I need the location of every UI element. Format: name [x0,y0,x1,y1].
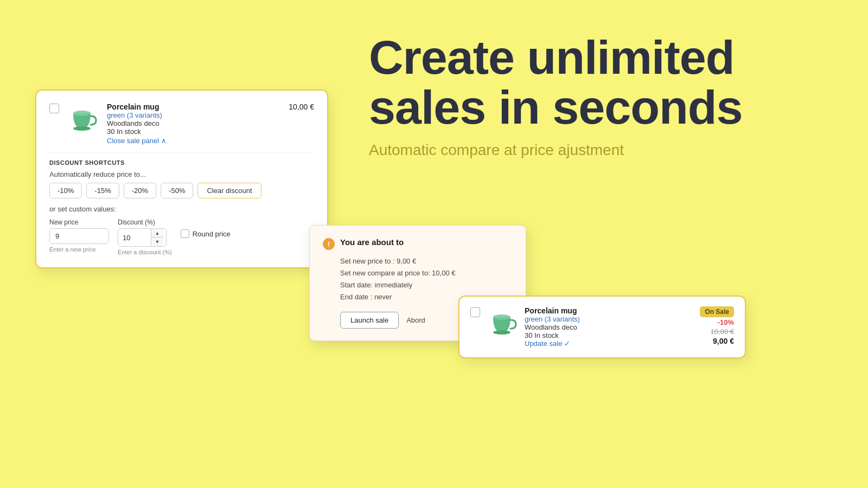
product-price: 10,00 € [289,102,314,111]
clear-discount-button[interactable]: Clear discount [197,183,261,198]
product-variants[interactable]: green (3 variants) [107,111,281,119]
popup-detail-1: Set new price to : 9,00 € [340,255,513,267]
popup-detail-3: Start date: immediately [340,279,513,291]
new-price-hint: Enter a new price [49,246,109,253]
round-price-wrap: Round price [181,229,231,238]
spin-down-button[interactable]: ▼ [151,237,163,246]
product-stock: 30 In stock [107,127,281,136]
discount-shortcuts-label: DISCOUNT SHORTCUTS [49,159,314,166]
spin-up-button[interactable]: ▲ [151,229,163,237]
main-product-card: Porcelain mug green (3 variants) Woodlan… [35,89,328,268]
discount-hint: Enter a discount (%) [118,249,172,255]
reduce-label: Automatically reduce price to... [49,170,314,178]
launch-sale-button[interactable]: Launch sale [340,312,399,329]
sale-product-card: Porcelain mug green (3 variants) Woodlan… [458,296,746,358]
sale-product-variants[interactable]: green (3 variants) [525,315,693,323]
svg-point-1 [73,126,91,131]
new-price-label: New price [49,219,109,226]
sale-product-stock: 30 In stock [525,331,693,339]
hero-subtitle: Automatic compare at price ajustment [369,142,846,159]
discount-pct-group: Discount (%) ▲ ▼ Enter a discount (%) [118,219,172,255]
sale-original-price: 10,00 € [711,328,734,336]
popup-title: You are about to [340,237,404,247]
discount-section: DISCOUNT SHORTCUTS Automatically reduce … [49,152,314,255]
sale-current-price: 9,00 € [713,337,734,345]
round-price-checkbox[interactable] [181,229,189,238]
popup-detail-2: Set new compare at price to: 10,00 € [340,267,513,279]
custom-fields: New price Enter a new price Discount (%)… [49,219,314,255]
sale-checkbox[interactable] [470,307,480,317]
sale-product-name: Porcelain mug [525,306,693,315]
hero-title: Create unlimited sales in seconds [369,33,846,133]
sale-info: Porcelain mug green (3 variants) Woodlan… [525,306,693,348]
product-checkbox[interactable] [49,104,59,113]
spinner-buttons: ▲ ▼ [151,229,163,246]
sale-product-deco: Woodlands deco [525,323,693,331]
product-image [67,102,99,135]
discount-label: Discount (%) [118,219,172,226]
shortcut-buttons: -10% -15% -20% -50% Clear discount [49,183,314,198]
popup-header: ! You are about to [323,237,513,250]
custom-label: or set custom values: [49,205,314,213]
warning-icon: ! [323,238,335,250]
sale-pricing: On Sale -10% 10,00 € 9,00 € [700,306,734,345]
svg-point-2 [73,111,91,116]
mug-icon [67,102,99,135]
new-price-input[interactable] [49,228,109,244]
discount-spinner: ▲ ▼ [118,228,167,247]
svg-point-5 [493,314,510,320]
abord-button[interactable]: Abord [404,312,427,329]
sale-product-image [487,306,518,338]
product-deco: Woodlands deco [107,119,281,127]
update-sale-link[interactable]: Update sale ✓ [525,339,693,348]
sale-discount-pct: -10% [718,318,734,326]
discount-input[interactable] [118,230,151,245]
shortcut-15[interactable]: -15% [86,183,119,198]
round-price-label: Round price [193,230,231,238]
shortcut-50[interactable]: -50% [161,183,193,198]
on-sale-badge: On Sale [700,306,734,317]
product-name: Porcelain mug [107,102,281,111]
hero-section: Create unlimited sales in seconds Automa… [369,33,846,159]
shortcut-10[interactable]: -10% [49,183,82,198]
sale-mug-icon [487,306,519,339]
new-price-group: New price Enter a new price [49,219,109,253]
product-info: Porcelain mug green (3 variants) Woodlan… [107,102,281,145]
shortcut-20[interactable]: -20% [124,183,156,198]
close-sale-panel[interactable]: Close sale panel ∧ [107,137,281,145]
sale-row: Porcelain mug green (3 variants) Woodlan… [470,306,734,348]
svg-point-4 [493,330,510,335]
